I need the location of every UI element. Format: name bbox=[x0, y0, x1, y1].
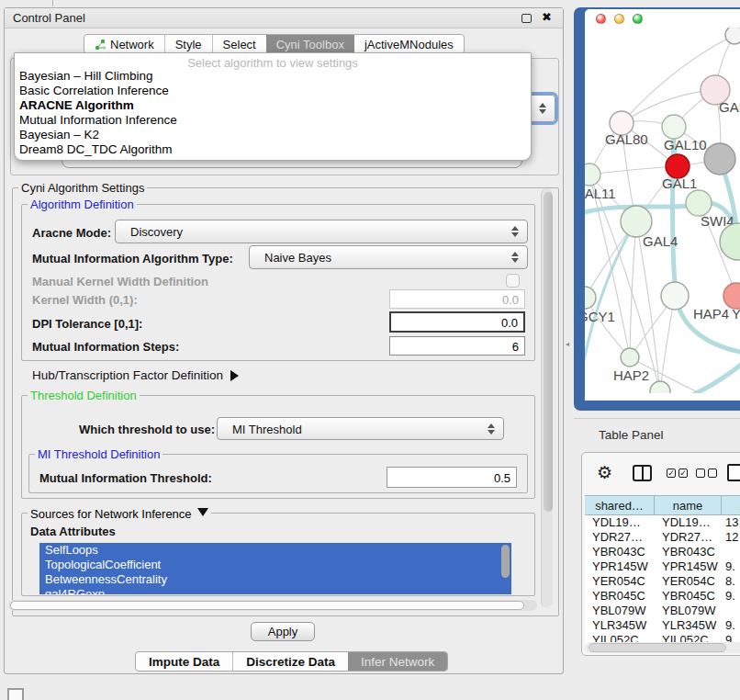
table-row[interactable]: YLR345WYLR345W9. bbox=[585, 618, 740, 633]
column-header-A[interactable]: A bbox=[722, 496, 740, 514]
tab-jactivemnodules[interactable]: jActiveMNodules bbox=[354, 35, 464, 53]
dropdown-option[interactable]: Bayesian – K2 bbox=[15, 128, 531, 142]
table-row[interactable]: YDL19…YDL19…13 bbox=[585, 515, 740, 530]
bottom-tab-impute-data[interactable]: Impute Data bbox=[136, 652, 232, 671]
network-node[interactable] bbox=[704, 143, 735, 175]
dropdown-option[interactable]: Basic Correlation Inference bbox=[15, 84, 531, 98]
kernel-width-field[interactable]: 0.0 bbox=[389, 289, 525, 309]
minimize-light-icon[interactable] bbox=[614, 14, 624, 24]
dpi-tolerance-field[interactable]: 0.0 bbox=[389, 311, 525, 333]
network-node[interactable] bbox=[725, 28, 740, 44]
table-cell: 9. bbox=[722, 618, 740, 633]
manual-kernel-checkbox[interactable] bbox=[506, 274, 520, 288]
attribute-item[interactable]: SelfLoops bbox=[39, 543, 511, 558]
table-row[interactable]: YER054CYER054C8. bbox=[585, 574, 740, 589]
bottom-tab-infer-network[interactable]: Infer Network bbox=[348, 652, 447, 671]
dropdown-option[interactable]: Dream8 DC_TDC Algorithm bbox=[15, 142, 531, 157]
attribute-item[interactable]: gal4RGexp bbox=[39, 587, 511, 594]
which-threshold-value: MI Threshold bbox=[232, 422, 302, 435]
dpi-tolerance-value: 0.0 bbox=[501, 315, 518, 329]
algorithm-definition-title: Algorithm Definition bbox=[28, 198, 137, 211]
node-label: Y bbox=[732, 306, 740, 322]
dropdown-prompt: Select algorithm to view settings bbox=[15, 53, 531, 69]
network-node-hap2[interactable] bbox=[621, 348, 639, 367]
table-cell: YBR043C bbox=[585, 545, 655, 559]
columns-icon[interactable] bbox=[633, 465, 652, 481]
clear-checks-icon[interactable] bbox=[696, 469, 717, 478]
mi-threshold-field[interactable]: 0.5 bbox=[387, 467, 517, 488]
hub-factor-label: Hub/Transcription Factor Definition bbox=[32, 368, 223, 382]
cyni-bottom-tabbar: Impute DataDiscretize DataInfer Network bbox=[135, 651, 448, 672]
table-cell bbox=[722, 545, 740, 559]
select-all-checks-icon[interactable]: ✓✓ bbox=[667, 469, 688, 478]
network-node[interactable] bbox=[650, 381, 670, 393]
network-node-gal11[interactable] bbox=[585, 164, 600, 186]
close-icon[interactable]: ✖ bbox=[542, 10, 552, 24]
network-node-gal4[interactable] bbox=[621, 206, 652, 237]
attribute-item[interactable]: TopologicalCoefficient bbox=[39, 558, 511, 572]
table-horizontal-scrollbar[interactable] bbox=[585, 642, 740, 653]
column-header-shared…[interactable]: shared… bbox=[585, 496, 655, 514]
network-node-gcy1[interactable] bbox=[585, 287, 596, 309]
attributes-scrollbar[interactable] bbox=[501, 545, 510, 593]
table-file-icon[interactable] bbox=[727, 464, 740, 481]
column-header-name[interactable]: name bbox=[655, 496, 722, 514]
dropdown-option[interactable]: Mutual Information Inference bbox=[15, 113, 531, 128]
dropdown-option[interactable]: ARACNE Algorithm bbox=[15, 98, 531, 113]
window-title: Control Panel bbox=[13, 11, 85, 25]
tab-style[interactable]: Style bbox=[164, 35, 212, 53]
network-node[interactable] bbox=[720, 223, 740, 260]
table-panel-title: Table Panel bbox=[599, 428, 664, 442]
table-row[interactable]: YDR27…YDR27…12 bbox=[585, 530, 740, 545]
mi-type-combobox[interactable]: Naive Bayes bbox=[249, 245, 528, 269]
tab-cyni-toolbox[interactable]: Cyni Toolbox bbox=[266, 35, 354, 53]
dropdown-option[interactable]: Bayesian – Hill Climbing bbox=[15, 69, 531, 84]
aracne-mode-combobox[interactable]: Discovery bbox=[115, 220, 528, 243]
settings-horizontal-scrollbar[interactable] bbox=[8, 600, 537, 611]
splitter-handle[interactable]: ◂ bbox=[566, 340, 570, 349]
table-cell bbox=[722, 604, 740, 618]
node-label: GCY1 bbox=[585, 309, 615, 324]
network-node-swi4[interactable] bbox=[686, 190, 712, 216]
table-cell: YBR045C bbox=[585, 589, 655, 604]
settings-vertical-scrollbar[interactable] bbox=[541, 188, 553, 607]
network-tab-icon bbox=[95, 39, 107, 51]
control-panel-tabbar: NetworkStyleSelectCyni ToolboxjActiveMNo… bbox=[84, 34, 465, 54]
mi-type-label: Mutual Information Algorithm Type: bbox=[32, 252, 233, 265]
table-row[interactable]: YPR145WYPR145W9. bbox=[585, 559, 740, 574]
data-attributes-list[interactable]: SelfLoopsTopologicalCoefficientBetweenne… bbox=[39, 543, 511, 594]
gear-icon[interactable]: ⚙ bbox=[597, 462, 612, 483]
network-node-y[interactable] bbox=[723, 283, 740, 309]
table-row[interactable]: YBR045CYBR045C9. bbox=[585, 589, 740, 604]
network-node-gal10[interactable] bbox=[662, 115, 686, 139]
expander-down-icon[interactable] bbox=[197, 508, 208, 522]
node-table: shared…nameA YDL19…YDL19…13YDR27…YDR27…1… bbox=[585, 495, 740, 648]
settings-group-title: Cyni Algorithm Settings bbox=[18, 181, 147, 195]
mi-type-value: Naive Bayes bbox=[264, 251, 331, 265]
table-cell: YDR27… bbox=[655, 530, 722, 545]
table-row[interactable]: YBR043CYBR043C bbox=[585, 545, 740, 559]
dpi-tolerance-label: DPI Tolerance [0,1]: bbox=[32, 317, 142, 331]
window-traffic-lights bbox=[596, 14, 643, 24]
table-cell: YER054C bbox=[655, 574, 722, 589]
bottom-tab-discretize-data[interactable]: Discretize Data bbox=[232, 652, 348, 671]
tab-select[interactable]: Select bbox=[212, 35, 266, 53]
tab-network[interactable]: Network bbox=[84, 35, 164, 53]
zoom-light-icon[interactable] bbox=[633, 14, 643, 24]
float-window-icon[interactable] bbox=[521, 14, 532, 23]
attribute-item[interactable]: BetweennessCentrality bbox=[39, 572, 511, 587]
node-label: GAL80 bbox=[605, 131, 648, 147]
sources-title-text: Sources for Network Inference bbox=[30, 507, 192, 521]
minimized-panel-icon[interactable] bbox=[7, 688, 24, 700]
combo-arrows-icon bbox=[511, 248, 519, 266]
apply-button[interactable]: Apply bbox=[251, 622, 315, 641]
close-light-icon[interactable] bbox=[596, 14, 606, 24]
mi-steps-field[interactable]: 6 bbox=[389, 336, 525, 356]
table-row[interactable]: YBL079WYBL079W bbox=[585, 604, 740, 618]
which-threshold-combobox[interactable]: MI Threshold bbox=[217, 417, 504, 440]
hub-factor-expander[interactable]: Hub/Transcription Factor Definition bbox=[32, 368, 244, 382]
network-node-hap4[interactable] bbox=[661, 282, 689, 310]
kernel-width-value: 0.0 bbox=[502, 292, 519, 306]
network-graph[interactable]: GALGAL80GAL10GAL1GAL11SWI4GAL4GCY1HAP4YH… bbox=[585, 28, 740, 393]
dropdown-options: Bayesian – Hill ClimbingBasic Correlatio… bbox=[15, 69, 531, 157]
